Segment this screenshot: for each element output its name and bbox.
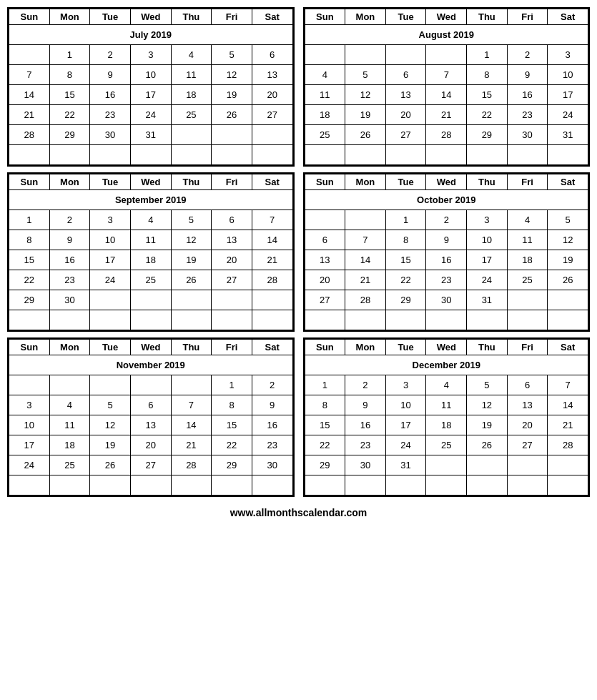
calendar-day: 6 bbox=[305, 230, 345, 250]
calendar-day: 29 bbox=[305, 455, 345, 475]
month-block: SunMonTueWedThuFriSatOctober 20191234567… bbox=[303, 172, 591, 332]
day-header: Sun bbox=[305, 9, 345, 25]
calendar-day: 4 bbox=[426, 375, 467, 395]
calendar-day bbox=[507, 310, 548, 330]
calendar-day bbox=[212, 310, 252, 330]
calendar-day: 24 bbox=[385, 435, 426, 455]
calendar-day: 23 bbox=[90, 105, 131, 125]
calendar-day bbox=[507, 475, 548, 496]
calendar-day: 28 bbox=[548, 435, 588, 455]
calendar-day: 8 bbox=[49, 65, 90, 85]
calendar-day: 8 bbox=[212, 395, 252, 415]
calendar-table: SunMonTueWedThuFriSatNovember 2019123456… bbox=[9, 339, 293, 496]
calendar-day: 13 bbox=[507, 395, 548, 415]
calendar-day bbox=[90, 375, 131, 395]
calendar-day: 5 bbox=[171, 210, 212, 230]
calendar-day bbox=[9, 45, 50, 65]
calendar-day: 8 bbox=[9, 230, 50, 250]
calendar-day: 2 bbox=[426, 210, 467, 230]
calendar-day: 9 bbox=[90, 65, 131, 85]
calendar-day bbox=[90, 310, 131, 330]
calendar-day: 11 bbox=[305, 85, 345, 105]
calendar-day: 2 bbox=[49, 210, 90, 230]
calendar-day: 17 bbox=[90, 250, 131, 270]
calendar-day: 5 bbox=[90, 395, 131, 415]
calendar-day: 18 bbox=[426, 415, 467, 435]
day-header: Fri bbox=[507, 340, 548, 355]
day-header: Wed bbox=[130, 174, 171, 190]
day-header: Tue bbox=[90, 340, 131, 355]
day-header: Tue bbox=[385, 9, 426, 25]
day-header: Tue bbox=[90, 174, 131, 190]
calendar-day: 27 bbox=[385, 125, 426, 145]
calendar-day: 9 bbox=[507, 65, 548, 85]
calendar-day: 19 bbox=[467, 415, 508, 435]
calendar-day: 6 bbox=[130, 395, 171, 415]
calendar-day: 4 bbox=[49, 395, 90, 415]
calendar-day bbox=[130, 375, 171, 395]
calendar-day: 4 bbox=[130, 210, 171, 230]
calendar-day: 12 bbox=[467, 395, 508, 415]
day-header: Sat bbox=[252, 340, 292, 355]
calendar-day: 17 bbox=[9, 435, 50, 455]
day-header: Sat bbox=[548, 340, 588, 355]
day-header: Thu bbox=[171, 340, 212, 355]
calendar-day: 20 bbox=[212, 250, 252, 270]
calendar-day: 20 bbox=[130, 435, 171, 455]
calendar-day: 15 bbox=[467, 85, 508, 105]
calendar-day: 3 bbox=[90, 210, 131, 230]
calendar-day bbox=[130, 145, 171, 165]
calendar-day: 25 bbox=[426, 435, 467, 455]
day-header: Mon bbox=[49, 9, 90, 25]
calendar-day: 16 bbox=[252, 415, 292, 435]
calendar-day: 26 bbox=[90, 455, 131, 475]
calendar-day: 8 bbox=[305, 395, 345, 415]
calendar-day bbox=[507, 145, 548, 165]
calendar-day bbox=[305, 145, 345, 165]
calendar-day bbox=[305, 45, 345, 65]
calendar-day bbox=[467, 145, 508, 165]
calendar-day: 27 bbox=[252, 105, 292, 125]
calendar-day bbox=[90, 475, 131, 496]
day-header: Sun bbox=[9, 9, 50, 25]
calendar-day: 9 bbox=[345, 395, 386, 415]
calendar-day: 1 bbox=[467, 45, 508, 65]
calendar-day: 28 bbox=[345, 290, 386, 310]
day-header: Tue bbox=[385, 174, 426, 190]
calendar-day bbox=[252, 290, 292, 310]
calendar-day: 5 bbox=[467, 375, 508, 395]
calendar-day bbox=[90, 145, 131, 165]
calendar-day: 26 bbox=[345, 125, 386, 145]
calendar-day: 29 bbox=[212, 455, 252, 475]
day-header: Mon bbox=[345, 9, 386, 25]
calendar-day: 11 bbox=[171, 65, 212, 85]
calendar-day: 3 bbox=[548, 45, 588, 65]
calendar-day: 20 bbox=[385, 105, 426, 125]
calendar-day: 14 bbox=[426, 85, 467, 105]
calendar-day: 26 bbox=[171, 270, 212, 290]
month-block: SunMonTueWedThuFriSatDecember 2019123456… bbox=[303, 337, 591, 497]
calendar-day: 10 bbox=[130, 65, 171, 85]
calendar-day bbox=[130, 290, 171, 310]
calendar-day bbox=[171, 290, 212, 310]
calendar-day: 4 bbox=[305, 65, 345, 85]
calendar-day: 27 bbox=[130, 455, 171, 475]
calendar-day: 24 bbox=[467, 270, 508, 290]
calendar-day: 2 bbox=[507, 45, 548, 65]
calendar-day: 22 bbox=[305, 435, 345, 455]
calendar-day: 16 bbox=[345, 415, 386, 435]
calendar-day: 21 bbox=[9, 105, 50, 125]
calendar-day: 28 bbox=[171, 455, 212, 475]
calendar-day: 5 bbox=[212, 45, 252, 65]
calendar-day: 15 bbox=[385, 250, 426, 270]
calendar-day bbox=[212, 145, 252, 165]
calendar-day bbox=[548, 455, 588, 475]
calendar-day bbox=[345, 310, 386, 330]
calendar-page: SunMonTueWedThuFriSatJuly 20191234567891… bbox=[7, 7, 590, 521]
calendar-day: 26 bbox=[467, 435, 508, 455]
calendar-day: 2 bbox=[252, 375, 292, 395]
calendar-day: 21 bbox=[426, 105, 467, 125]
calendar-day: 28 bbox=[252, 270, 292, 290]
calendar-day: 8 bbox=[385, 230, 426, 250]
calendar-day: 29 bbox=[467, 125, 508, 145]
